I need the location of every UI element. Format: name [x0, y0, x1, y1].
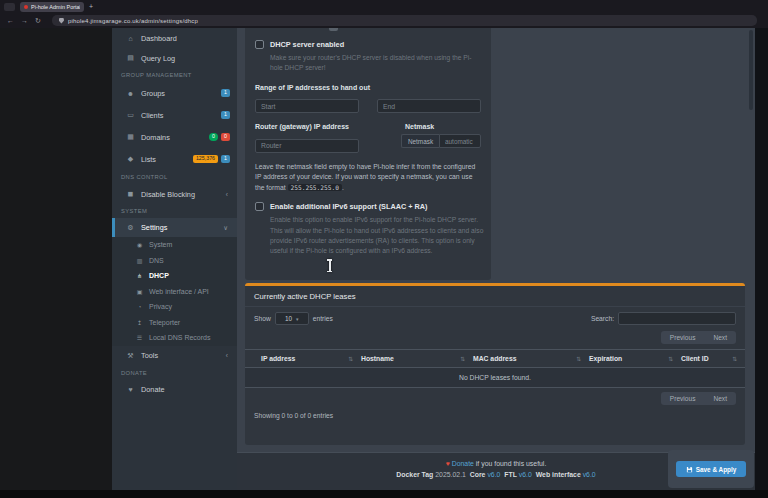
- browser-chrome: Pi-hole Admin Portal + ← → ↻ pihole4.jim…: [0, 0, 768, 28]
- screen: Pi-hole Admin Portal + ← → ↻ pihole4.jim…: [0, 0, 768, 498]
- stop-icon: ◼: [124, 190, 137, 198]
- empty-table-row: No DHCP leases found.: [245, 368, 745, 388]
- url-toolbar: ← → ↻ pihole4.jimsgarage.co.uk/admin/set…: [0, 13, 768, 28]
- browser-tab[interactable]: Pi-hole Admin Portal: [20, 2, 84, 12]
- window-menu-button[interactable]: [4, 3, 15, 11]
- sidebar-item-disable-blocking[interactable]: ◼ Disable Blocking ‹: [112, 184, 237, 204]
- reload-icon[interactable]: ↻: [35, 17, 41, 24]
- leases-table: IP address⇅ Hostname⇅ MAC address⇅ Expir…: [245, 349, 745, 388]
- list-grid-icon: ▦: [124, 133, 137, 141]
- ipv6-row: Enable additional IPv6 support (SLAAC + …: [255, 202, 481, 211]
- next-button[interactable]: Next: [704, 331, 736, 344]
- clients-count-badge: 1: [221, 111, 230, 119]
- search-input[interactable]: [618, 312, 736, 325]
- docker-tag-value: 2025.02.1: [435, 471, 466, 478]
- forward-icon[interactable]: →: [21, 17, 28, 24]
- search-label: Search:: [591, 315, 614, 322]
- back-icon[interactable]: ←: [7, 17, 14, 24]
- netmask-note: Leave the netmask field empty to have Pi…: [255, 162, 481, 194]
- pagination-bottom: Previous Next: [245, 388, 745, 407]
- sidebar-item-donate[interactable]: ♥ Donate: [112, 380, 237, 400]
- sidebar-item-dns[interactable]: ▥ DNS: [112, 253, 237, 269]
- column-mac-address[interactable]: MAC address⇅: [473, 355, 589, 362]
- range-end-input[interactable]: [377, 99, 481, 113]
- sidebar-item-query-log[interactable]: ▤ Query Log: [112, 48, 237, 68]
- dhcp-enabled-checkbox[interactable]: [255, 40, 264, 49]
- scrolled-content-fragment: [329, 28, 338, 31]
- browser-window-icon: ▣: [134, 288, 145, 295]
- core-version-link[interactable]: v6.0: [487, 471, 500, 478]
- netmask-addon: Netmask: [401, 134, 439, 148]
- sidebar-item-settings[interactable]: ⚙ Settings ∨: [112, 218, 237, 237]
- column-client-id[interactable]: Client ID⇅: [681, 355, 745, 362]
- leases-title: Currently active DHCP leases: [245, 286, 745, 307]
- dhcp-enabled-hint: Make sure your router's DHCP server is d…: [270, 53, 482, 74]
- chevron-left-icon: ‹: [226, 352, 228, 359]
- ftl-version-link[interactable]: v6.0: [519, 471, 532, 478]
- sort-icon[interactable]: ⇅: [576, 356, 581, 362]
- web-version-link[interactable]: v6.0: [583, 471, 596, 478]
- sidebar-item-clients[interactable]: ▭ Clients 1: [112, 104, 237, 126]
- sort-icon[interactable]: ⇅: [460, 356, 465, 362]
- sitemap-icon: ⋔: [134, 272, 145, 279]
- gear-icon: ⚙: [124, 224, 137, 232]
- sidebar-item-dhcp[interactable]: ⋔ DHCP: [112, 268, 237, 284]
- entries-label: entries: [313, 315, 333, 322]
- settings-submenu: ◉ System ▥ DNS ⋔ DHCP ▣ Web interface / …: [112, 237, 237, 346]
- range-start-input[interactable]: [255, 99, 359, 113]
- home-icon: ⌂: [124, 35, 137, 42]
- sidebar-section-system: SYSTEM: [112, 204, 237, 218]
- router-input[interactable]: [255, 139, 359, 153]
- leases-toolbar: Show 10 ▾ entries Search:: [245, 307, 745, 327]
- pagination-top: Previous Next: [245, 327, 745, 346]
- save-icon: [686, 466, 693, 473]
- sidebar-item-local-dns-records[interactable]: ☰ Local DNS Records: [112, 330, 237, 346]
- heart-icon: ♥: [446, 460, 450, 467]
- sidebar-item-tools[interactable]: ⚒ Tools ‹: [112, 346, 237, 366]
- donate-link[interactable]: Donate: [452, 460, 474, 467]
- netmask-group: Netmask: [401, 134, 481, 148]
- sidebar-item-lists[interactable]: ◆ Lists 125,376 1: [112, 148, 237, 170]
- lists-domains-badge: 125,376: [193, 155, 218, 163]
- column-ip-address[interactable]: IP address⇅: [245, 355, 361, 362]
- previous-button[interactable]: Previous: [661, 392, 705, 405]
- save-panel: Save & Apply: [668, 450, 754, 488]
- table-summary: Showing 0 to 0 of 0 entries: [245, 407, 745, 424]
- sidebar-item-privacy[interactable]: ◔ Privacy: [112, 299, 237, 315]
- sidebar-item-dashboard[interactable]: ⌂ Dashboard: [112, 28, 237, 48]
- column-expiration[interactable]: Expiration⇅: [589, 355, 681, 362]
- sort-icon[interactable]: ⇅: [348, 356, 353, 362]
- records-list-icon: ☰: [134, 334, 145, 341]
- netmask-label: Netmask: [405, 123, 434, 130]
- sort-icon[interactable]: ⇅: [732, 356, 737, 362]
- column-hostname[interactable]: Hostname⇅: [361, 355, 473, 362]
- sidebar-item-groups[interactable]: ☻ Groups 1: [112, 82, 237, 104]
- users-icon: ☻: [124, 90, 137, 97]
- sidebar-item-web-interface-api[interactable]: ▣ Web interface / API: [112, 284, 237, 300]
- page-size-select[interactable]: 10 ▾: [275, 312, 309, 325]
- dhcp-settings-card: DHCP server enabled Make sure your route…: [245, 28, 491, 280]
- sidebar-section-dns-control: DNS CONTROL: [112, 170, 237, 184]
- new-tab-button[interactable]: +: [89, 3, 93, 10]
- user-secret-icon: ◔: [134, 304, 145, 310]
- dhcp-enabled-row: DHCP server enabled: [255, 40, 481, 49]
- next-button[interactable]: Next: [704, 392, 736, 405]
- tab-title: Pi-hole Admin Portal: [31, 4, 80, 10]
- groups-count-badge: 1: [221, 89, 230, 97]
- chevron-left-icon: ‹: [226, 191, 228, 198]
- netmask-input[interactable]: [439, 134, 481, 148]
- sidebar-item-teleporter[interactable]: ↥ Teleporter: [112, 315, 237, 331]
- pihole-favicon-icon: [24, 5, 28, 9]
- chevron-down-icon: ∨: [223, 224, 228, 232]
- page-scrollbar[interactable]: [749, 30, 753, 110]
- ipv6-checkbox[interactable]: [255, 202, 264, 211]
- domains-denied-badge: 0: [221, 133, 230, 141]
- previous-button[interactable]: Previous: [661, 331, 705, 344]
- address-bar[interactable]: pihole4.jimsgarage.co.uk/admin/settings/…: [52, 15, 757, 26]
- sidebar-item-system[interactable]: ◉ System: [112, 237, 237, 253]
- desktop-background-bottom: [0, 490, 768, 498]
- save-apply-button[interactable]: Save & Apply: [676, 461, 746, 477]
- sort-icon[interactable]: ⇅: [668, 356, 673, 362]
- desktop-background-right: [755, 28, 768, 498]
- sidebar-item-domains[interactable]: ▦ Domains 0 0: [112, 126, 237, 148]
